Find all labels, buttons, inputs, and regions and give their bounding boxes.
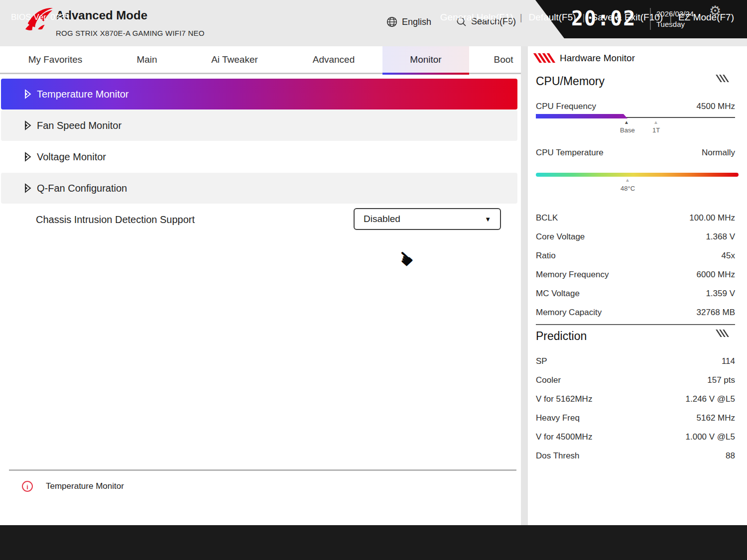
footer-separator: | [669, 12, 672, 23]
row-value: 100.00 MHz [689, 213, 735, 223]
sidebar-section-divider [536, 324, 735, 325]
row-value: 88 [726, 451, 735, 461]
chassis-intrusion-label: Chassis Intrusion Detection Support [36, 204, 195, 235]
board-name: ROG STRIX X870E-A GAMING WIFI7 NEO [56, 29, 205, 37]
content-sidebar-divider [521, 46, 528, 525]
cpu-frequency-label: CPU Frequency [536, 102, 596, 112]
prediction-row: V for 5162MHz 1.246 V @L5 [536, 390, 735, 409]
row-label: MC Voltage [536, 289, 580, 299]
language-label: English [402, 17, 431, 27]
hw-info-row: Memory Capacity 32768 MB [536, 303, 735, 322]
tab-monitor[interactable]: Monitor [382, 46, 469, 73]
base-marker-label: Base [620, 126, 635, 134]
row-label: Memory Capacity [536, 308, 602, 318]
save-exit-button[interactable]: Save & Exit(F10) [592, 12, 663, 23]
hw-info-row: BCLK 100.00 MHz [536, 209, 735, 227]
menu-item-label: Fan Speed Monitor [37, 120, 122, 131]
ez-mode-button[interactable]: EZ Mode(F7) [678, 12, 734, 23]
row-label: V for 4500MHz [536, 432, 592, 442]
cpu-temperature-row: CPU Temperature Normally [536, 146, 735, 160]
hw-info-row: MC Voltage 1.359 V [536, 284, 735, 303]
footer-actions: General Help(F1) | Default(F5) | Save & … [440, 0, 734, 35]
cpu-temperature-label: CPU Temperature [536, 148, 604, 158]
cpu-frequency-bar-fill [536, 114, 627, 118]
1t-marker-icon: ▲ [653, 120, 658, 125]
row-label: BCLK [536, 213, 558, 223]
row-label: Cooler [536, 375, 561, 385]
base-marker-icon: ▲ [624, 120, 629, 125]
menu-item-fan-speed-monitor[interactable]: Fan Speed Monitor [1, 110, 517, 141]
general-help-button[interactable]: General Help(F1) [440, 12, 513, 23]
row-value: 5162 MHz [697, 413, 735, 423]
footer-separator: | [583, 12, 585, 23]
footer-bar [0, 525, 747, 560]
prediction-row: Cooler 157 pts [536, 371, 735, 390]
menu-item-label: Voltage Monitor [37, 151, 106, 163]
row-value: 1.368 V [706, 232, 735, 242]
mouse-cursor-icon: ☚ [391, 245, 419, 273]
footer-separator: | [520, 12, 522, 23]
row-label: Dos Thresh [536, 451, 580, 461]
row-label: Core Voltage [536, 232, 585, 242]
menu-item-qfan-configuration[interactable]: Q-Fan Configuration [1, 173, 517, 204]
collapse-section-icon[interactable] [718, 330, 727, 337]
page-title: Advanced Mode [56, 8, 147, 22]
cpu-frequency-value: 4500 MHz [697, 102, 735, 112]
hw-info-row: Core Voltage 1.368 V [536, 227, 735, 246]
row-value: 1.359 V [706, 289, 735, 299]
hw-info-row: Ratio 45x [536, 246, 735, 265]
row-label: Memory Frequency [536, 270, 609, 280]
sidebar-title: Hardware Monitor [560, 53, 635, 64]
submenu-arrow-icon [24, 120, 31, 130]
row-value: 1.246 V @L5 [686, 394, 736, 404]
menu-item-temperature-monitor[interactable]: Temperature Monitor [1, 79, 517, 110]
hw-info-row: Memory Frequency 6000 MHz [536, 265, 735, 284]
row-value: 6000 MHz [697, 270, 735, 280]
prediction-row: SP 114 [536, 352, 735, 371]
chevron-down-icon: ▼ [485, 216, 491, 223]
section-heading-cpu-memory: CPU/Memory [536, 75, 605, 88]
menu-item-label: Q-Fan Configuration [37, 183, 127, 194]
active-tab-indicator [382, 73, 469, 75]
chassis-intrusion-dropdown[interactable]: Disabled ▼ [354, 208, 501, 230]
hardware-monitor-icon [536, 53, 552, 63]
row-value: 45x [722, 251, 735, 261]
info-icon: i [22, 481, 33, 492]
row-value: 114 [722, 356, 735, 366]
cpu-frequency-row: CPU Frequency 4500 MHz [536, 100, 735, 113]
prediction-row: V for 4500MHz 1.000 V @L5 [536, 428, 735, 447]
submenu-arrow-icon [24, 89, 31, 99]
default-button[interactable]: Default(F5) [529, 12, 576, 23]
row-label: V for 5162MHz [536, 394, 592, 404]
tab-ai-tweaker[interactable]: Ai Tweaker [194, 46, 275, 73]
row-label: SP [536, 356, 547, 366]
cpu-temperature-status: Normally [702, 148, 735, 158]
collapse-section-icon[interactable] [718, 75, 727, 82]
dropdown-value: Disabled [364, 214, 400, 224]
submenu-arrow-icon [24, 152, 31, 162]
temperature-current-label: 48°C [621, 185, 635, 192]
row-value: 32768 MB [697, 308, 736, 318]
prediction-row: Dos Thresh 88 [536, 447, 735, 465]
prediction-row: Heavy Freq 5162 MHz [536, 409, 735, 428]
cpu-temperature-gradient-bar [536, 173, 739, 177]
row-value: 157 pts [707, 375, 735, 385]
submenu-arrow-icon [24, 183, 31, 193]
row-label: Heavy Freq [536, 413, 580, 423]
tab-my-favorites[interactable]: My Favorites [10, 46, 101, 73]
help-text: Temperature Monitor [46, 481, 124, 491]
temperature-marker-icon: ▲ [625, 178, 630, 183]
tab-advanced[interactable]: Advanced [294, 46, 374, 73]
language-selector[interactable]: English [386, 16, 431, 27]
row-label: Ratio [536, 251, 556, 261]
1t-marker-label: 1T [652, 126, 660, 134]
menu-item-label: Temperature Monitor [37, 89, 129, 100]
tab-main[interactable]: Main [115, 46, 179, 73]
bios-version: BIOS Ver. 0235 [11, 0, 69, 35]
help-divider [9, 469, 516, 471]
row-value: 1.000 V @L5 [686, 432, 736, 442]
section-heading-prediction: Prediction [536, 330, 587, 343]
globe-icon [386, 16, 397, 27]
menu-item-voltage-monitor[interactable]: Voltage Monitor [1, 141, 517, 172]
